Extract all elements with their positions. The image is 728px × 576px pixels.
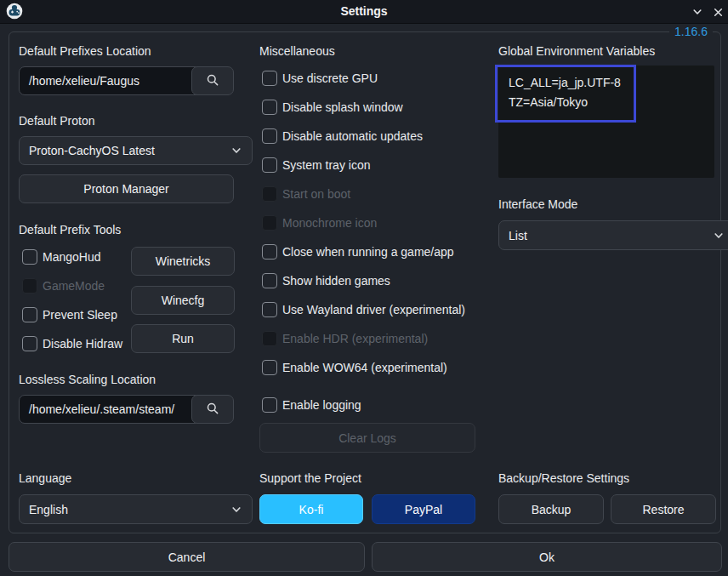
checkbox-icon bbox=[262, 360, 277, 375]
checkbox-label: Use discrete GPU bbox=[282, 71, 378, 85]
checkbox-disable-splash-window[interactable]: Disable splash window bbox=[262, 94, 403, 120]
checkbox-start-on-boot: Start on boot bbox=[262, 181, 350, 207]
checkbox-icon bbox=[22, 307, 37, 322]
button-label: Restore bbox=[642, 503, 684, 516]
checkbox-icon bbox=[262, 157, 277, 173]
checkbox-disable-automatic-updates[interactable]: Disable automatic updates bbox=[262, 123, 423, 149]
checkbox-icon bbox=[262, 397, 277, 413]
checkbox-label: Use Wayland driver (experimental) bbox=[282, 303, 465, 317]
language-label: Language bbox=[19, 471, 71, 485]
search-icon bbox=[206, 402, 219, 418]
checkbox-close-when-running[interactable]: Close when running a game/app bbox=[262, 239, 454, 265]
backup-button[interactable]: Backup bbox=[498, 494, 604, 524]
lossless-browse-button[interactable] bbox=[191, 395, 234, 424]
language-select[interactable]: English bbox=[19, 494, 253, 524]
checkbox-monochrome-icon: Monochrome icon bbox=[262, 210, 377, 236]
interface-mode-select[interactable]: List bbox=[498, 220, 728, 250]
checkbox-enable-logging[interactable]: Enable logging bbox=[262, 392, 361, 418]
checkbox-icon bbox=[22, 278, 37, 294]
paypal-button[interactable]: PayPal bbox=[372, 494, 475, 524]
button-label: Clear Logs bbox=[338, 431, 396, 445]
checkbox-label: Disable Hidraw bbox=[43, 337, 122, 351]
run-button[interactable]: Run bbox=[131, 324, 235, 353]
clear-logs-button: Clear Logs bbox=[259, 423, 475, 453]
checkbox-label: Enable WOW64 (experimental) bbox=[282, 361, 447, 374]
checkbox-icon bbox=[262, 100, 277, 115]
checkbox-icon bbox=[262, 128, 277, 144]
chevron-down-icon bbox=[230, 145, 242, 157]
minimize-button[interactable] bbox=[689, 3, 706, 20]
input-value: /home/xelieu/.steam/steam/ bbox=[29, 402, 174, 416]
env-variables-label: Global Environment Variables bbox=[498, 44, 655, 58]
checkbox-use-wayland-driver[interactable]: Use Wayland driver (experimental) bbox=[262, 297, 465, 322]
checkbox-label: Show hidden games bbox=[282, 274, 390, 288]
button-label: Winecfg bbox=[162, 294, 205, 307]
checkbox-label: Disable automatic updates bbox=[282, 129, 423, 143]
checkbox-icon bbox=[262, 273, 277, 288]
close-button[interactable] bbox=[709, 3, 726, 20]
prefix-tools-label: Default Prefix Tools bbox=[19, 223, 121, 237]
checkbox-icon bbox=[262, 215, 277, 231]
window-title: Settings bbox=[0, 0, 728, 23]
checkbox-label: MangoHud bbox=[43, 250, 101, 264]
env-variables-textarea[interactable]: LC_ALL=ja_jp.UTF-8 TZ=Asia/Tokyo bbox=[498, 66, 714, 178]
checkbox-icon bbox=[262, 244, 277, 259]
checkbox-system-tray-icon[interactable]: System tray icon bbox=[262, 152, 370, 178]
checkbox-icon bbox=[262, 186, 277, 202]
checkbox-mangohud[interactable]: MangoHud bbox=[22, 244, 101, 270]
default-proton-label: Default Proton bbox=[19, 114, 95, 128]
cancel-button[interactable]: Cancel bbox=[9, 542, 365, 572]
restore-button[interactable]: Restore bbox=[611, 494, 716, 524]
ok-button[interactable]: Ok bbox=[372, 542, 722, 572]
winecfg-button[interactable]: Winecfg bbox=[131, 286, 235, 315]
button-label: Ko-fi bbox=[299, 503, 324, 516]
winetricks-button[interactable]: Winetricks bbox=[131, 247, 235, 276]
checkbox-icon bbox=[262, 71, 277, 86]
version-label: 1.16.6 bbox=[669, 25, 713, 38]
checkbox-label: Close when running a game/app bbox=[282, 245, 454, 259]
lossless-scaling-label: Lossless Scaling Location bbox=[19, 373, 156, 386]
checkbox-label: Enable logging bbox=[282, 398, 361, 412]
checkbox-icon bbox=[262, 331, 277, 346]
selected-value: List bbox=[509, 229, 527, 242]
button-label: PayPal bbox=[405, 503, 442, 516]
prefixes-location-label: Default Prefixes Location bbox=[19, 44, 151, 58]
checkbox-use-discrete-gpu[interactable]: Use discrete GPU bbox=[262, 66, 378, 91]
checkbox-enable-wow64[interactable]: Enable WOW64 (experimental) bbox=[262, 355, 447, 380]
checkbox-gamemode: GameMode bbox=[22, 273, 105, 299]
chevron-down-icon bbox=[230, 504, 242, 516]
button-label: Proton Manager bbox=[83, 182, 168, 196]
button-label: Run bbox=[172, 332, 194, 345]
checkbox-prevent-sleep[interactable]: Prevent Sleep bbox=[22, 302, 117, 328]
checkbox-label: GameMode bbox=[43, 279, 105, 293]
checkbox-icon bbox=[22, 336, 37, 351]
interface-mode-label: Interface Mode bbox=[498, 197, 577, 211]
button-label: Cancel bbox=[168, 550, 206, 564]
chevron-down-icon bbox=[713, 230, 725, 242]
checkbox-label: Prevent Sleep bbox=[43, 308, 117, 322]
lossless-location-input[interactable]: /home/xelieu/.steam/steam/ bbox=[19, 395, 202, 424]
checkbox-show-hidden-games[interactable]: Show hidden games bbox=[262, 268, 390, 294]
prefixes-location-input[interactable]: /home/xelieu/Faugus bbox=[19, 66, 202, 95]
miscellaneous-label: Miscellaneous bbox=[259, 44, 335, 58]
backup-restore-label: Backup/Restore Settings bbox=[498, 471, 629, 485]
selected-value: English bbox=[29, 503, 68, 516]
checkbox-label: Monochrome icon bbox=[282, 216, 377, 230]
prefixes-browse-button[interactable] bbox=[191, 66, 234, 95]
checkbox-label: System tray icon bbox=[282, 158, 370, 172]
kofi-button[interactable]: Ko-fi bbox=[259, 494, 363, 524]
search-icon bbox=[206, 73, 219, 89]
titlebar: Settings bbox=[0, 0, 728, 24]
checkbox-icon bbox=[262, 302, 277, 317]
button-label: Backup bbox=[532, 503, 572, 516]
checkbox-enable-hdr: Enable HDR (experimental) bbox=[262, 326, 428, 351]
checkbox-label: Enable HDR (experimental) bbox=[282, 332, 428, 345]
button-label: Winetricks bbox=[156, 254, 211, 268]
proton-manager-button[interactable]: Proton Manager bbox=[19, 174, 234, 203]
checkbox-label: Disable splash window bbox=[282, 100, 403, 114]
button-label: Ok bbox=[539, 550, 555, 564]
env-line: LC_ALL=ja_jp.UTF-8 bbox=[509, 73, 704, 93]
checkbox-label: Start on boot bbox=[282, 187, 350, 201]
checkbox-disable-hidraw[interactable]: Disable Hidraw bbox=[22, 331, 122, 356]
default-proton-select[interactable]: Proton-CachyOS Latest bbox=[19, 136, 253, 165]
